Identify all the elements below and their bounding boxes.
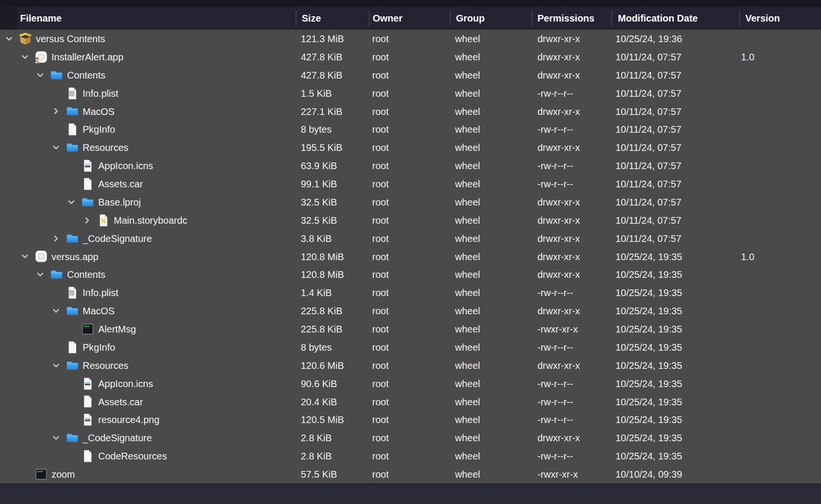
modified-cell: 10/11/24, 07:57	[616, 66, 682, 84]
chevron-down-icon[interactable]	[51, 306, 61, 316]
size-cell: 225.8 KiB	[301, 302, 342, 320]
permissions-cell: -rw-r--r--	[537, 84, 573, 103]
image-icon	[81, 377, 94, 390]
filename-label: Main.storyboardc	[114, 211, 187, 229]
size-cell: 120.6 MiB	[301, 356, 344, 375]
table-row[interactable]: Info.plist 1.5 KiB root wheel -rw-r--r--…	[0, 84, 821, 103]
status-bar	[0, 483, 821, 504]
doc-icon	[66, 123, 79, 136]
table-row[interactable]: resource4.png 120.5 MiB root wheel -rw-r…	[0, 411, 821, 429]
table-row[interactable]: zoom 57.5 KiB root wheel -rwxr-xr-x 10/1…	[0, 465, 821, 483]
table-row[interactable]: InstallerAlert.app 427.8 KiB root wheel …	[0, 48, 821, 66]
table-row[interactable]: CodeResources 2.8 KiB root wheel -rw-r--…	[0, 447, 821, 465]
chevron-down-icon[interactable]	[35, 70, 45, 80]
group-cell: wheel	[455, 393, 480, 411]
chevron-down-icon[interactable]	[51, 433, 61, 443]
chevron-down-icon[interactable]	[67, 197, 76, 207]
filename-label: Info.plist	[83, 84, 118, 103]
group-cell: wheel	[455, 120, 480, 138]
modified-cell: 10/25/24, 19:35	[616, 302, 682, 320]
owner-cell: root	[372, 229, 388, 248]
filename-label: AlertMsg	[98, 320, 136, 338]
table-row[interactable]: versus.app 120.8 MiB root wheel drwxr-xr…	[0, 248, 821, 266]
table-row[interactable]: PkgInfo 8 bytes root wheel -rw-r--r-- 10…	[0, 338, 821, 356]
chevron-down-icon[interactable]	[20, 252, 30, 261]
permissions-cell: -rwxr-xr-x	[537, 465, 578, 483]
table-row[interactable]: Base.lproj 32.5 KiB root wheel drwxr-xr-…	[0, 193, 821, 211]
owner-cell: root	[372, 265, 388, 284]
table-row[interactable]: MacOS 225.8 KiB root wheel drwxr-xr-x 10…	[0, 302, 821, 320]
column-header-modification-date[interactable]: Modification Date	[618, 7, 698, 30]
table-row[interactable]: PkgInfo 8 bytes root wheel -rw-r--r-- 10…	[0, 120, 821, 138]
group-cell: wheel	[455, 84, 480, 103]
table-row[interactable]: Assets.car 20.4 KiB root wheel -rw-r--r-…	[0, 393, 821, 411]
column-header-permissions[interactable]: Permissions	[537, 7, 594, 30]
table-row[interactable]: MacOS 227.1 KiB root wheel drwxr-xr-x 10…	[0, 103, 821, 121]
chevron-down-icon[interactable]	[51, 361, 61, 370]
owner-cell: root	[372, 393, 388, 411]
column-header-owner[interactable]: Owner	[373, 7, 402, 30]
filename-label: Assets.car	[98, 393, 143, 411]
table-row[interactable]: _CodeSignature 2.8 KiB root wheel drwxr-…	[0, 429, 821, 447]
table-row[interactable]: AppIcon.icns 90.6 KiB root wheel -rw-r--…	[0, 375, 821, 393]
table-row[interactable]: Resources 120.6 MiB root wheel drwxr-xr-…	[0, 356, 821, 375]
owner-cell: root	[372, 356, 388, 375]
group-cell: wheel	[455, 265, 480, 284]
plist-icon	[66, 87, 79, 100]
group-cell: wheel	[455, 356, 480, 375]
column-resize-handle[interactable]	[611, 11, 612, 26]
filename-label: Resources	[83, 138, 129, 157]
filename-label: MacOS	[83, 302, 115, 320]
permissions-cell: -rw-r--r--	[537, 375, 573, 393]
size-cell: 427.8 KiB	[301, 48, 342, 66]
table-row[interactable]: _CodeSignature 3.8 KiB root wheel drwxr-…	[0, 229, 821, 248]
owner-cell: root	[372, 320, 388, 338]
filename-label: InstallerAlert.app	[52, 48, 124, 66]
filename-label: Contents	[67, 265, 105, 284]
chevron-down-icon[interactable]	[20, 52, 30, 62]
table-row[interactable]: Assets.car 99.1 KiB root wheel -rw-r--r-…	[0, 175, 821, 193]
doc-icon	[81, 449, 94, 463]
table-row[interactable]: AppIcon.icns 63.9 KiB root wheel -rw-r--…	[0, 157, 821, 175]
filename-label: versus.app	[52, 248, 99, 266]
column-resize-handle[interactable]	[739, 11, 740, 26]
column-resize-handle[interactable]	[532, 11, 533, 26]
terminal-icon	[34, 468, 48, 481]
modified-cell: 10/25/24, 19:35	[616, 393, 682, 411]
chevron-down-icon[interactable]	[4, 34, 14, 44]
table-row[interactable]: Contents 120.8 MiB root wheel drwxr-xr-x…	[0, 265, 821, 284]
permissions-cell: -rw-r--r--	[537, 393, 573, 411]
chevron-down-icon[interactable]	[51, 143, 61, 152]
filename-label: CodeResources	[98, 447, 167, 465]
table-row[interactable]: Contents 427.8 KiB root wheel drwxr-xr-x…	[0, 66, 821, 84]
table-row[interactable]: versus Contents 121.3 MiB root wheel drw…	[0, 30, 821, 48]
size-cell: 32.5 KiB	[301, 211, 337, 229]
owner-cell: root	[372, 66, 388, 84]
size-cell: 2.8 KiB	[301, 429, 331, 447]
size-cell: 90.6 KiB	[301, 375, 337, 393]
chevron-right-icon[interactable]	[82, 216, 92, 225]
filename-label: _CodeSignature	[83, 229, 152, 248]
chevron-down-icon[interactable]	[35, 270, 45, 279]
table-row[interactable]: Resources 195.5 KiB root wheel drwxr-xr-…	[0, 138, 821, 157]
column-resize-handle[interactable]	[296, 11, 296, 26]
table-row[interactable]: AlertMsg 225.8 KiB root wheel -rwxr-xr-x…	[0, 320, 821, 338]
column-header-filename[interactable]: Filename	[20, 7, 62, 30]
permissions-cell: -rw-r--r--	[537, 447, 573, 465]
version-cell: 1.0	[741, 48, 754, 66]
column-header-version[interactable]: Version	[745, 7, 780, 30]
chevron-right-icon[interactable]	[51, 106, 61, 116]
owner-cell: root	[372, 248, 388, 266]
chevron-right-icon[interactable]	[51, 234, 61, 243]
modified-cell: 10/11/24, 07:57	[616, 211, 682, 229]
column-header-size[interactable]: Size	[302, 7, 321, 30]
column-resize-handle[interactable]	[369, 11, 370, 26]
size-cell: 57.5 KiB	[301, 465, 337, 483]
column-header-group[interactable]: Group	[456, 7, 485, 30]
table-row[interactable]: Main.storyboardc 32.5 KiB root wheel drw…	[0, 211, 821, 229]
table-row[interactable]: Info.plist 1.4 KiB root wheel -rw-r--r--…	[0, 284, 821, 302]
size-cell: 32.5 KiB	[301, 193, 337, 211]
modified-cell: 10/25/24, 19:36	[616, 30, 682, 48]
column-resize-handle[interactable]	[450, 11, 451, 26]
image-icon	[81, 159, 94, 172]
